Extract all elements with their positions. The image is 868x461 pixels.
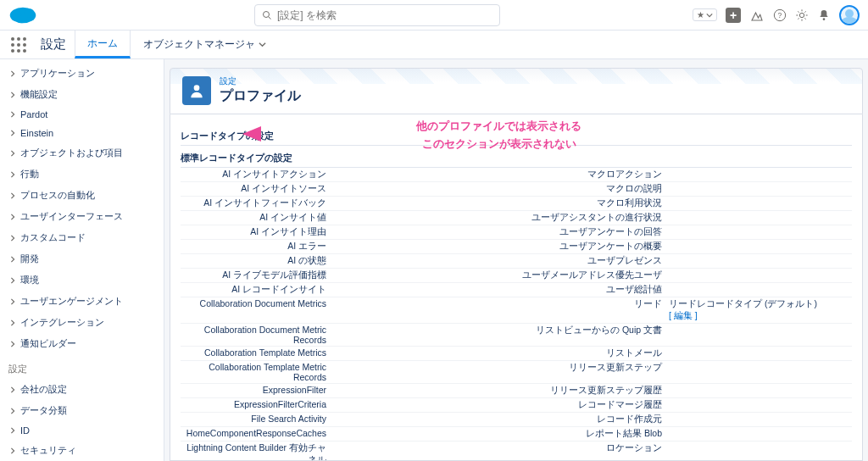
record-type-row: ExpressionFilterリリース更新ステップ履歴 [181,384,852,398]
sidebar-item[interactable]: アプリケーション [0,63,164,84]
svg-point-14 [17,43,20,47]
field-label: レポート結果 Blob [516,428,669,440]
record-type-row: Collaboration Template Metric Recordsリリー… [181,361,852,384]
sidebar-item[interactable]: プロセスの自動化 [0,185,164,206]
chevron-right-icon [8,341,17,347]
sidebar-item[interactable]: オブジェクトおよび項目 [0,142,164,164]
chevron-right-icon [8,150,17,157]
svg-point-13 [11,43,14,47]
svg-text:?: ? [778,11,782,19]
sidebar-item[interactable]: データ分類 [0,400,164,421]
sidebar-item[interactable]: 開発 [0,248,164,269]
chevron-right-icon [8,70,17,77]
record-type-row: Collaboration Document Metricsリードリードレコード… [181,297,852,324]
notifications-icon[interactable] [817,8,831,22]
sidebar-item-label: カスタムコード [20,231,86,244]
sidebar-item-label: 開発 [20,253,39,265]
sidebar-item[interactable]: ユーザインターフェース [0,206,164,227]
field-label: リストメール [516,347,669,359]
chevron-right-icon [8,171,17,178]
field-label: Collaboration Document Metrics [181,298,333,308]
svg-point-12 [23,37,26,41]
main-content: 設定 プロファイル 他のプロファイルでは表示される このセクションが表示されない… [164,59,868,461]
help-icon[interactable]: ? [773,8,787,22]
field-label: ExpressionFilterCriteria [181,399,333,409]
sidebar-item[interactable]: セキュリティ [0,440,164,461]
chevron-down-icon [259,41,266,48]
chevron-right-icon [8,92,17,98]
page-title: プロファイル [220,87,301,105]
tab-home[interactable]: ホーム [75,31,131,58]
trailhead-icon[interactable] [749,8,765,23]
field-label: ユーザアンケートの概要 [516,241,669,253]
svg-point-19 [194,85,200,91]
sidebar-item-label: ユーザインターフェース [20,210,123,223]
create-menu[interactable]: + [726,8,741,23]
chevron-right-icon [8,235,17,242]
sidebar-item-label: アプリケーション [20,67,95,80]
field-value: リードレコードタイプ (デフォルト)[ 編集 ] [669,298,817,320]
sidebar-item[interactable]: インテグレーション [0,312,164,333]
record-type-row: AI インサイトフィードバックマクロ利用状況 [181,197,852,211]
sidebar-item-label: オブジェクトおよび項目 [20,147,123,159]
sidebar-item[interactable]: 会社の設定 [0,379,164,400]
sidebar-item[interactable]: カスタムコード [0,227,164,248]
sidebar-item[interactable]: 通知ビルダー [0,333,164,354]
record-type-row: AI の状態ユーザプレゼンス [181,254,852,269]
svg-point-15 [23,43,26,47]
chevron-right-icon [8,192,17,199]
svg-point-9 [823,18,826,20]
field-label: Lightning Content Builder 有効チャネル [181,442,333,461]
field-label: ExpressionFilter [181,385,333,395]
tab-object-manager[interactable]: オブジェクトマネージャ [131,31,279,58]
settings-icon[interactable] [795,8,809,22]
field-label: HomeComponentResponseCaches [181,428,333,438]
sidebar-item[interactable]: 行動 [0,164,164,185]
field-label: AI インサイトアクション [181,169,333,181]
annotation-arrow [242,126,420,142]
svg-point-8 [799,13,804,17]
sidebar-item-label: 通知ビルダー [20,337,76,350]
sidebar-item[interactable]: Einstein [0,124,164,142]
search-icon [262,10,272,20]
sidebar-item[interactable]: ユーザエンゲージメント [0,291,164,312]
field-label: AI エラー [181,241,333,253]
app-launcher-icon[interactable] [8,35,29,55]
sidebar-item[interactable]: ID [0,421,164,440]
sidebar-item-label: 会社の設定 [20,383,67,396]
field-label: AI インサイトソース [181,183,333,195]
record-type-row: AI インサイト理由ユーザアンケートの回答 [181,225,852,240]
page-eyebrow: 設定 [220,75,301,87]
setup-sidebar: アプリケーション機能設定PardotEinsteinオブジェクトおよび項目行動プ… [0,59,164,461]
chevron-right-icon [8,386,17,393]
sidebar-item-label: Einstein [20,128,53,138]
chevron-right-icon [8,319,17,326]
field-label: AI インサイト値 [181,212,333,224]
sidebar-item-label: ユーザエンゲージメント [20,295,123,308]
record-type-row: Collaboration Template Metricsリストメール [181,347,852,361]
edit-link[interactable]: [ 編集 ] [669,310,698,320]
field-label: ユーザ総計値 [516,284,669,296]
field-label: AI インサイト理由 [181,226,333,238]
field-label: ユーザアシスタントの進行状況 [516,212,669,224]
user-avatar[interactable] [839,5,860,25]
detail-panel: 他のプロファイルでは表示される このセクションが表示されない レコードタイプの設… [170,114,863,461]
search-input[interactable] [277,9,492,21]
field-label: Collaboration Template Metric Records [181,362,333,382]
sidebar-item[interactable]: Pardot [0,105,164,124]
global-search[interactable] [254,4,500,26]
field-label: レコード作成元 [516,414,669,425]
svg-point-18 [23,49,26,53]
record-type-row: ExpressionFilterCriteriaレコードマージ履歴 [181,398,852,413]
chevron-right-icon [8,214,17,220]
sidebar-item[interactable]: 環境 [0,269,164,291]
chevron-right-icon [8,408,17,414]
field-label: ユーザメールアドレス優先ユーザ [516,269,669,281]
app-name: 設定 [41,36,66,53]
favorites-menu[interactable]: ★ [693,8,717,21]
field-label: リリース更新ステップ [516,362,669,374]
field-label: ユーザアンケートの回答 [516,226,669,238]
svg-point-16 [11,49,14,53]
chevron-right-icon [8,277,17,284]
sidebar-item[interactable]: 機能設定 [0,84,164,105]
